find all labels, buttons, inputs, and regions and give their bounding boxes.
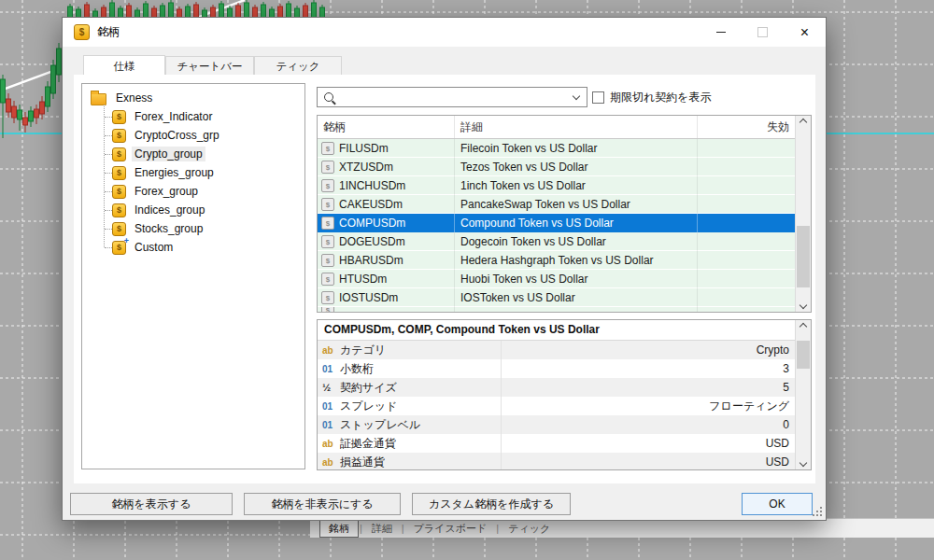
tree-item-label: Energies_group [132, 165, 217, 180]
symbol-name: XTZUSDm [339, 161, 393, 174]
bg-tab-priceboard[interactable]: プライスボード [405, 521, 496, 537]
table-row[interactable]: $FILUSDm Filecoin Token vs US Dollar [318, 139, 795, 158]
maximize-button[interactable] [742, 18, 784, 47]
close-icon: × [800, 25, 809, 40]
coin-icon: $ [321, 217, 334, 230]
symbol-name: 1INCHUSDm [339, 179, 405, 192]
property-value: USD [501, 434, 795, 453]
table-row[interactable]: $1INCHUSDm 1inch Token vs US Dollar [318, 176, 795, 195]
coin-icon: $ [321, 235, 334, 248]
maximize-icon [757, 27, 768, 37]
bg-tab-symbols[interactable]: 銘柄 [319, 520, 359, 538]
bg-tab-ticks[interactable]: ティック [500, 521, 559, 537]
table-row-selected[interactable]: $COMPUSDm Compound Token vs US Dollar [318, 214, 795, 232]
details-scrollbar[interactable] [795, 320, 811, 469]
symbol-group-tree: Exness $ Forex_Indicator $ CryptoCross_g… [81, 83, 305, 469]
table-row[interactable]: $XTZUSDm Tezos Token vs US Dollar [318, 158, 795, 176]
property-value: USD [501, 453, 795, 470]
coin-icon: $ [112, 110, 126, 124]
tree-item-indices-group[interactable]: $ Indices_group [98, 201, 304, 219]
symbol-expiry [698, 214, 795, 232]
tree-children: $ Forex_Indicator $ CryptoCross_grp $ Cr… [98, 107, 304, 257]
table-row[interactable]: $HTUSDm Huobi Token vs US Dollar [318, 270, 795, 288]
background-panel-tabbar: 銘柄 | 詳細 | プライスボード | ティック [310, 518, 934, 538]
column-header-symbol[interactable]: 銘柄 [318, 116, 455, 138]
symbol-description: Filecoin Token vs US Dollar [455, 139, 698, 158]
search-input[interactable] [333, 91, 573, 104]
symbol-expiry [698, 139, 795, 158]
property-name: ストップレベル [340, 417, 501, 433]
tab-ticks[interactable]: ティック [254, 56, 342, 75]
table-row-partial[interactable]: $ [318, 307, 795, 313]
property-name: 証拠金通貨 [340, 436, 501, 452]
table-row[interactable]: $CAKEUSDm PancakeSwap Token vs US Dollar [318, 195, 795, 214]
symbol-name: CAKEUSDm [339, 198, 403, 211]
details-row[interactable]: 01 小数桁 3 [318, 359, 795, 378]
resize-grip[interactable] [820, 514, 822, 516]
dialog-titlebar[interactable]: $ 銘柄 × [63, 18, 826, 47]
close-button[interactable]: × [784, 18, 826, 47]
symbol-expiry [698, 195, 795, 214]
tree-item-cryptocross-grp[interactable]: $ CryptoCross_grp [98, 126, 304, 145]
scroll-up-icon[interactable] [796, 324, 811, 329]
hide-symbol-button[interactable]: 銘柄を非表示にする [244, 493, 401, 515]
scroll-down-icon[interactable] [796, 302, 811, 308]
tree-item-energies-group[interactable]: $ Energies_group [98, 163, 304, 182]
create-custom-symbol-button[interactable]: カスタム銘柄を作成する [412, 493, 571, 515]
expired-contracts-option: 期限切れ契約を表示 [592, 90, 712, 105]
coin-icon: $ [112, 129, 126, 143]
tree-item-forex-indicator[interactable]: $ Forex_Indicator [98, 107, 304, 126]
bg-tab-details[interactable]: 詳細 [363, 521, 401, 537]
tree-item-label: Forex_Indicator [132, 109, 215, 124]
expired-contracts-checkbox[interactable] [592, 91, 604, 104]
table-row[interactable]: $IOSTUSDm IOSToken vs US Dollar [318, 288, 795, 307]
coin-icon: $ [321, 142, 334, 155]
text-type-icon: ab [318, 439, 340, 449]
symbol-description: 1inch Token vs US Dollar [455, 176, 698, 195]
chevron-down-icon[interactable] [573, 92, 580, 100]
tree-item-stocks-group[interactable]: $ Stocks_group [98, 219, 304, 238]
table-row[interactable]: $HBARUSDm Hedera Hashgraph Token vs US D… [318, 251, 795, 270]
tree-item-forex-group[interactable]: $ Forex_group [98, 182, 304, 201]
table-scrollbar[interactable] [795, 116, 811, 312]
column-header-description[interactable]: 詳細 [455, 116, 698, 138]
coin-icon: $ [74, 24, 90, 40]
details-row[interactable]: ab 損益通貨 USD [318, 453, 795, 470]
column-header-expiry[interactable]: 失効 [698, 116, 795, 138]
tree-root-exness[interactable]: Exness [82, 89, 304, 107]
coin-icon: $ [321, 161, 334, 174]
coin-icon: $ [321, 273, 334, 286]
details-row[interactable]: 01 スプレッド フローティング [318, 397, 795, 415]
coin-icon: $ [112, 166, 126, 180]
tree-item-crypto-group[interactable]: $ Crypto_group [98, 145, 304, 163]
ok-button[interactable]: OK [742, 493, 813, 515]
minimize-button[interactable] [700, 18, 742, 47]
property-name: 損益通貨 [340, 455, 501, 470]
symbol-description: PancakeSwap Token vs US Dollar [455, 195, 698, 214]
number-type-icon: 01 [318, 364, 340, 374]
table-row[interactable]: $DOGEUSDm Dogecoin Token vs US Dollar [318, 232, 795, 251]
scroll-down-icon[interactable] [796, 460, 811, 466]
symbols-dialog: $ 銘柄 × 仕様 チャートバー ティック Exness $ [62, 17, 827, 521]
details-row[interactable]: ab カテゴリ Crypto [318, 341, 795, 359]
details-row[interactable]: 01 ストップレベル 0 [318, 415, 795, 434]
property-name: カテゴリ [340, 343, 501, 358]
scroll-up-icon[interactable] [796, 119, 811, 125]
symbol-description: Compound Token vs US Dollar [455, 214, 698, 232]
scrollbar-thumb[interactable] [797, 226, 810, 287]
coin-icon: $ [112, 203, 126, 217]
tab-specification[interactable]: 仕様 [83, 55, 165, 76]
dialog-tabstrip: 仕様 チャートバー ティック [83, 55, 814, 76]
symbol-search-combobox[interactable] [317, 87, 587, 107]
coin-icon: $ [321, 307, 334, 313]
symbol-description: Tezos Token vs US Dollar [455, 158, 698, 176]
symbol-description: Hedera Hashgraph Token vs US Dollar [455, 251, 698, 270]
details-row[interactable]: ½ 契約サイズ 5 [318, 378, 795, 397]
tab-chart-bars[interactable]: チャートバー [165, 56, 254, 75]
symbol-name: HBARUSDm [339, 254, 403, 267]
coin-icon: $ [112, 185, 126, 199]
scrollbar-thumb[interactable] [797, 341, 810, 369]
show-symbol-button[interactable]: 銘柄を表示する [70, 493, 233, 515]
tree-item-custom[interactable]: $ Custom [98, 238, 304, 257]
details-row[interactable]: ab 証拠金通貨 USD [318, 434, 795, 453]
